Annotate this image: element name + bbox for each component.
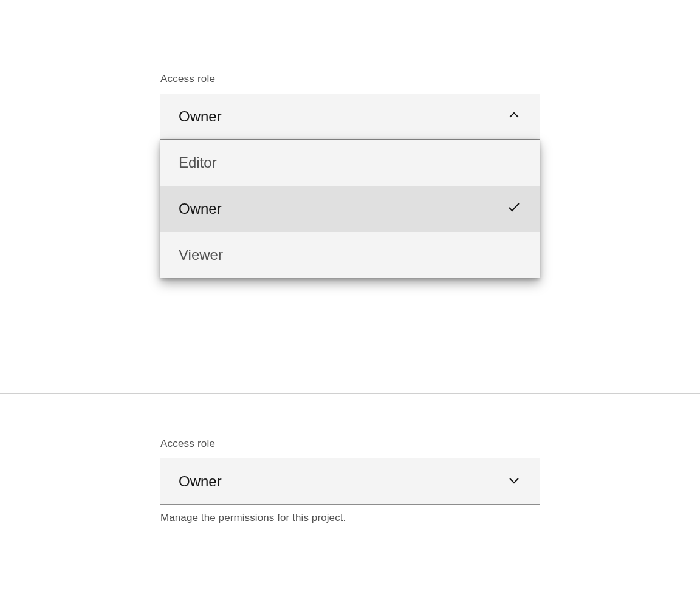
option-label: Editor bbox=[179, 154, 217, 171]
access-role-label: Access role bbox=[160, 438, 540, 450]
access-role-field: Access role Owner Manage the permissions… bbox=[160, 438, 540, 524]
check-icon bbox=[507, 200, 521, 218]
example-open-dropdown: Access role Owner Editor Owner Viewer bbox=[0, 0, 700, 393]
access-role-menu: Editor Owner Viewer bbox=[160, 140, 540, 278]
access-role-option-viewer[interactable]: Viewer bbox=[160, 232, 540, 278]
access-role-selected-value: Owner bbox=[179, 473, 222, 490]
access-role-selected-value: Owner bbox=[179, 108, 222, 125]
chevron-down-icon bbox=[507, 473, 521, 490]
access-role-select-trigger[interactable]: Owner bbox=[160, 458, 540, 505]
access-role-label: Access role bbox=[160, 73, 540, 85]
chevron-up-icon bbox=[507, 108, 521, 125]
access-role-field: Access role Owner Editor Owner Viewer bbox=[160, 73, 540, 278]
access-role-option-editor[interactable]: Editor bbox=[160, 140, 540, 186]
option-label: Viewer bbox=[179, 247, 223, 264]
access-role-helper-text: Manage the permissions for this project. bbox=[160, 512, 540, 524]
example-closed-dropdown: Access role Owner Manage the permissions… bbox=[0, 395, 700, 589]
option-label: Owner bbox=[179, 200, 222, 217]
access-role-option-owner[interactable]: Owner bbox=[160, 186, 540, 232]
access-role-select-trigger[interactable]: Owner bbox=[160, 94, 540, 140]
